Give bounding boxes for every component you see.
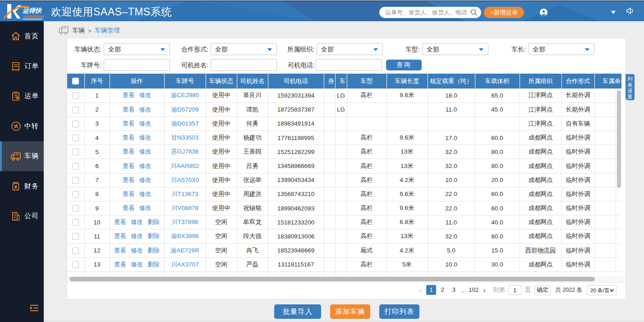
global-search[interactable]	[379, 7, 481, 18]
op-link[interactable]: 修改	[139, 148, 152, 155]
page-number-last[interactable]: 102	[469, 285, 479, 295]
op-link[interactable]: 查看	[123, 134, 135, 141]
sidebar-item-orders[interactable]: 订单	[0, 51, 44, 81]
row-checkbox[interactable]	[72, 219, 79, 226]
row-checkbox[interactable]	[72, 205, 79, 212]
op-link[interactable]: 查看	[123, 177, 135, 183]
sidebar-item-transfer[interactable]: 中转	[0, 111, 44, 141]
op-link[interactable]: 修改	[139, 120, 152, 127]
page-next-icon[interactable]: ›	[483, 286, 486, 294]
global-search-input[interactable]	[385, 7, 472, 18]
print-list-button[interactable]: 打印列表	[379, 304, 419, 319]
plate-link[interactable]: 渝D57209	[171, 106, 199, 113]
plate-link[interactable]: 川AX3707	[171, 261, 199, 268]
column-header[interactable]: 车辆状态	[206, 74, 237, 89]
op-link[interactable]: 删除	[147, 233, 160, 239]
sidebar-item-vehicles[interactable]: 车辆	[0, 141, 44, 171]
op-link[interactable]: 查看	[123, 92, 135, 98]
search-icon[interactable]	[470, 9, 477, 16]
page-number-3[interactable]: 3	[449, 285, 459, 295]
op-link[interactable]: 修改	[139, 106, 152, 113]
column-header[interactable]: 司机姓名	[237, 74, 268, 89]
row-checkbox[interactable]	[72, 163, 79, 170]
op-link[interactable]: 修改	[139, 134, 152, 141]
column-header[interactable]: 车型	[347, 74, 386, 89]
op-link[interactable]: 修改	[139, 177, 152, 183]
op-link[interactable]: 删除	[147, 261, 160, 268]
query-button[interactable]: 查询	[386, 60, 422, 70]
column-header[interactable]: 司机电话	[268, 74, 324, 89]
row-checkbox[interactable]	[72, 261, 79, 268]
column-header[interactable]: 核定载重（吨）	[428, 74, 475, 89]
row-checkbox[interactable]	[72, 135, 79, 141]
page-prev-icon[interactable]: ‹	[419, 286, 422, 294]
goto-page-input[interactable]	[508, 285, 522, 295]
avatar-icon[interactable]	[540, 9, 547, 16]
plate-link[interactable]: 苏GJ7838	[171, 148, 199, 155]
row-checkbox[interactable]	[72, 92, 79, 99]
op-link[interactable]: 修改	[139, 205, 152, 211]
add-vehicle-button[interactable]: 添加车辆	[330, 304, 370, 319]
op-link[interactable]: 删除	[147, 247, 160, 254]
plate-link[interactable]: 川T13673	[171, 191, 198, 197]
op-link[interactable]: 修改	[139, 191, 152, 197]
op-link[interactable]: 查看	[114, 233, 126, 239]
speaker-icon[interactable]	[626, 7, 635, 15]
filter-input-driver-name[interactable]	[211, 60, 276, 70]
column-header[interactable]: 车属单位	[594, 74, 621, 89]
row-checkbox[interactable]	[72, 233, 79, 240]
plate-link[interactable]: 川T37896	[171, 219, 198, 225]
op-link[interactable]: 查看	[114, 219, 126, 225]
user-menu-caret-icon[interactable]	[611, 11, 616, 14]
list-settings-tab[interactable]: 列表设置	[626, 74, 635, 100]
page-number-1[interactable]: 1	[426, 285, 436, 295]
sidebar-item-home[interactable]: 首页	[0, 21, 44, 51]
filter-input-driver-phone[interactable]	[316, 60, 382, 70]
sidebar-item-finance[interactable]: 财务	[0, 171, 44, 201]
plate-link[interactable]: 川AAR802	[170, 163, 199, 169]
plate-link[interactable]: 渝AE729R	[170, 247, 199, 254]
row-checkbox[interactable]	[72, 149, 79, 155]
op-link[interactable]: 查看	[123, 106, 135, 113]
plate-link[interactable]: 渝D01357	[171, 120, 199, 127]
column-header[interactable]: 车	[335, 74, 347, 89]
row-checkbox[interactable]	[72, 121, 79, 127]
op-link[interactable]: 查看	[123, 205, 135, 211]
op-link[interactable]: 修改	[139, 92, 152, 98]
op-link[interactable]: 删除	[147, 219, 160, 225]
goto-confirm-button[interactable]: 确定	[534, 285, 551, 295]
new-waybill-button[interactable]: +新增运单	[484, 7, 524, 18]
op-link[interactable]: 查看	[123, 191, 135, 197]
op-link[interactable]: 修改	[131, 219, 143, 225]
column-header[interactable]: 身	[324, 74, 335, 89]
column-header[interactable]: 合作形式	[561, 74, 594, 89]
page-size-select[interactable]: 20 条/页	[587, 285, 617, 295]
filter-select-vehicle-length[interactable]: 全部	[528, 43, 594, 55]
plate-link[interactable]: 川V08878	[171, 205, 198, 211]
page-number-2[interactable]: 2	[437, 285, 447, 295]
plate-link[interactable]: 渝BX3896	[171, 233, 199, 239]
sidebar-item-waybills[interactable]: 运单	[0, 81, 44, 111]
plate-link[interactable]: 渝CE2980	[171, 92, 199, 98]
row-checkbox[interactable]	[72, 191, 79, 198]
row-checkbox[interactable]	[72, 177, 79, 184]
breadcrumb-root[interactable]: 车辆	[72, 27, 85, 35]
op-link[interactable]: 查看	[123, 120, 135, 127]
horizontal-scrollbar[interactable]	[69, 277, 595, 281]
column-header[interactable]: 所属组织	[520, 74, 561, 89]
batch-import-button[interactable]: 批量导入	[274, 304, 321, 319]
column-header[interactable]: 序号	[84, 74, 110, 89]
row-checkbox[interactable]	[72, 247, 79, 254]
op-link[interactable]: 查看	[114, 261, 126, 268]
filter-select-organization[interactable]: 全部	[317, 43, 383, 55]
op-link[interactable]: 查看	[123, 148, 135, 155]
op-link[interactable]: 查看	[123, 163, 135, 169]
column-header[interactable]: 车载体积	[475, 74, 520, 89]
op-link[interactable]: 修改	[139, 163, 152, 169]
op-link[interactable]: 修改	[131, 247, 143, 254]
row-checkbox[interactable]	[72, 107, 79, 113]
column-header[interactable]: 车牌号	[164, 74, 206, 89]
column-header[interactable]: 操作	[110, 74, 164, 89]
filter-select-vehicle-type[interactable]: 全部	[422, 43, 488, 55]
sidebar-collapse-icon[interactable]	[30, 304, 39, 313]
